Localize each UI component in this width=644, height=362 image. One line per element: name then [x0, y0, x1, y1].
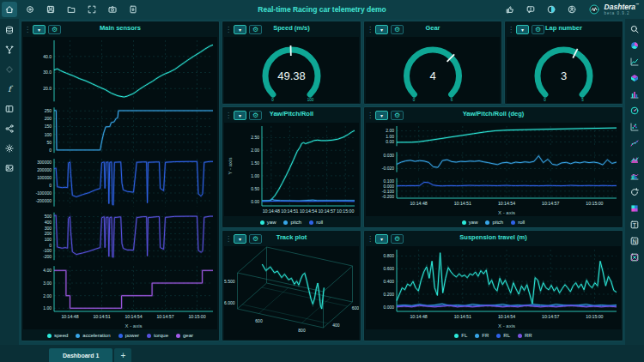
refresh-icon[interactable]: [628, 185, 641, 198]
panel-settings-button[interactable]: ⚙: [48, 25, 61, 34]
drag-handle-icon[interactable]: ⋮⋮: [24, 26, 30, 33]
left-toolbar: f: [0, 19, 19, 345]
open-icon[interactable]: [64, 2, 79, 17]
svg-text:10:15:00: 10:15:00: [188, 314, 205, 319]
save-icon[interactable]: [43, 2, 58, 17]
settings-icon[interactable]: [3, 142, 16, 154]
track-3d-chart[interactable]: -715.500-716.000600800400600: [224, 246, 359, 340]
legend-item-pitch[interactable]: pitch: [283, 220, 301, 225]
drag-handle-icon[interactable]: ⋮⋮: [225, 26, 231, 33]
legend-item-yaw[interactable]: yaw: [462, 220, 478, 225]
brand-logo[interactable]: Dashtera™ beta 0.9.2: [586, 2, 639, 17]
drag-handle-icon[interactable]: ⋮⋮: [367, 112, 373, 119]
legend-item-torque[interactable]: torque: [147, 333, 168, 338]
panel-settings-button[interactable]: ⚙: [391, 25, 404, 34]
bar-chart-icon[interactable]: [628, 87, 641, 100]
lap-gauge[interactable]: 305: [507, 37, 621, 103]
panel-yaw-pitch-roll-deg: ⋮⋮ ▾ ⚙ Yaw/Pitch/Roll (deg) 0.001.002.00…: [363, 106, 623, 228]
text-tool-icon[interactable]: T: [628, 218, 641, 231]
legend-dot-icon: [518, 334, 522, 338]
share-icon[interactable]: [3, 122, 16, 135]
panel-collapse-button[interactable]: ▾: [375, 234, 388, 244]
image-tool-icon[interactable]: [628, 250, 641, 263]
legend-item-roll[interactable]: roll: [511, 220, 525, 225]
scatter-fit-icon[interactable]: [628, 136, 641, 149]
legend-item-RL[interactable]: RL: [496, 333, 510, 338]
legend-item-power[interactable]: power: [118, 333, 139, 338]
legend-item-RR[interactable]: RR: [518, 333, 532, 338]
gauge-tool-icon[interactable]: [628, 104, 641, 117]
panel-collapse-button[interactable]: ▾: [516, 25, 529, 34]
legend-item-acceleration[interactable]: acceleration: [76, 333, 110, 338]
panel-collapse-button[interactable]: ▾: [234, 25, 246, 34]
panel-gear-gauge: ⋮⋮ ▾ ⚙ Gear 406: [363, 21, 502, 105]
add-dashboard-button[interactable]: +: [114, 348, 131, 362]
search-icon[interactable]: [628, 22, 641, 35]
legend-item-FR[interactable]: FR: [475, 333, 489, 338]
home-icon[interactable]: [2, 2, 17, 17]
note-tool-icon[interactable]: N: [628, 234, 641, 247]
svg-text:300: 300: [45, 226, 52, 231]
ypr-deg-chart[interactable]: 0.001.002.000.030-0.0200.1000.000-0.100-…: [366, 123, 621, 216]
svg-text:600: 600: [255, 318, 263, 323]
panel-settings-button[interactable]: ⚙: [391, 234, 404, 244]
svg-text:400: 400: [332, 323, 340, 328]
fullscreen-icon[interactable]: [84, 2, 100, 17]
svg-text:-0.020: -0.020: [382, 166, 394, 171]
panel-collapse-button[interactable]: ▾: [234, 111, 246, 120]
export-icon[interactable]: [125, 2, 141, 17]
svg-text:250: 250: [45, 108, 52, 113]
diamond-icon[interactable]: [3, 63, 16, 75]
legend-item-gear[interactable]: gear: [176, 333, 193, 338]
pie-chart-icon[interactable]: [628, 39, 641, 51]
account-icon[interactable]: [564, 2, 580, 17]
volcano-chart-icon[interactable]: [628, 153, 641, 166]
database-icon[interactable]: [3, 23, 16, 36]
feedback-icon[interactable]: [523, 2, 538, 17]
drag-handle-icon[interactable]: ⋮⋮: [225, 112, 231, 119]
panel-collapse-button[interactable]: ▾: [234, 234, 246, 244]
drag-handle-icon[interactable]: ⋮⋮: [367, 235, 373, 243]
scatter-chart-icon[interactable]: [628, 120, 641, 133]
camera-icon[interactable]: [105, 2, 120, 17]
svg-text:10:14:51: 10:14:51: [93, 314, 110, 319]
panel-settings-button[interactable]: ⚙: [532, 25, 544, 34]
gear-gauge[interactable]: 406: [366, 37, 500, 103]
dashboard-tab[interactable]: Dashboard 1: [49, 348, 112, 362]
branches-icon[interactable]: [3, 43, 16, 56]
panel-settings-button[interactable]: ⚙: [391, 111, 404, 120]
like-icon[interactable]: [502, 2, 518, 17]
legend-item-FL[interactable]: FL: [454, 333, 467, 338]
legend-item-speed[interactable]: speed: [47, 333, 68, 338]
drag-handle-icon[interactable]: ⋮⋮: [507, 26, 513, 33]
legend-label: speed: [54, 333, 68, 338]
theme-icon[interactable]: [544, 2, 559, 17]
legend-item-pitch[interactable]: pitch: [485, 220, 503, 225]
heatmap-icon[interactable]: [628, 202, 641, 214]
suspension-chart[interactable]: 0.0000.2000.4000.6000.80010:14:4810:14:5…: [366, 246, 621, 329]
api-icon[interactable]: [22, 2, 38, 17]
panel-collapse-button[interactable]: ▾: [33, 25, 46, 34]
legend-dot-icon: [496, 334, 501, 338]
panel-collapse-button[interactable]: ▾: [375, 111, 388, 120]
drag-handle-icon[interactable]: ⋮⋮: [367, 26, 373, 33]
drag-handle-icon[interactable]: ⋮⋮: [225, 235, 231, 243]
main-sensors-chart[interactable]: 20.030.040.0050100150200250-200000-10000…: [23, 37, 217, 329]
surface-3d-icon[interactable]: [628, 71, 641, 84]
histogram-icon[interactable]: [628, 169, 641, 182]
layout-icon[interactable]: [3, 102, 16, 115]
svg-text:600: 600: [352, 305, 359, 311]
legend-item-roll[interactable]: roll: [309, 220, 323, 225]
ypr-chart[interactable]: 0.000.501.001.502.002.5010:14:4810:14:51…: [224, 123, 359, 216]
line-chart-icon[interactable]: [628, 55, 641, 68]
brand-version: beta 0.9.2: [605, 12, 639, 16]
speed-gauge[interactable]: 49.380100: [224, 37, 359, 103]
panel-settings-button[interactable]: ⚙: [249, 25, 262, 34]
panel-collapse-button[interactable]: ▾: [375, 25, 388, 34]
legend-item-yaw[interactable]: yaw: [260, 220, 276, 225]
screenshot-icon[interactable]: [3, 161, 16, 174]
panel-settings-button[interactable]: ⚙: [249, 111, 262, 120]
svg-text:1.50: 1.50: [251, 160, 259, 166]
function-icon[interactable]: f: [3, 82, 16, 95]
panel-settings-button[interactable]: ⚙: [249, 234, 262, 244]
